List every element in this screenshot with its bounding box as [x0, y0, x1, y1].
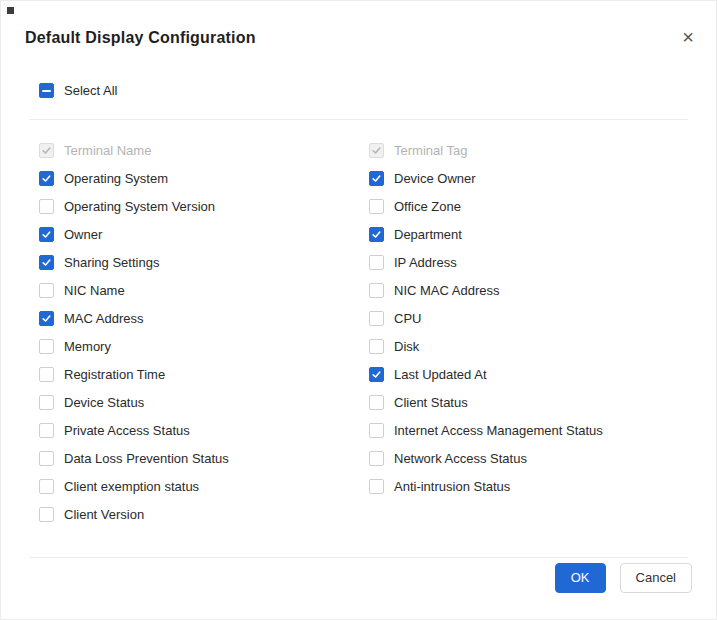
- checkbox-item[interactable]: Client Version: [39, 500, 369, 528]
- checkbox-item[interactable]: CPU: [369, 304, 692, 332]
- checkbox-label: Memory: [64, 339, 111, 354]
- checkbox-item[interactable]: Operating System: [39, 164, 369, 192]
- checkbox-label: Operating System: [64, 171, 168, 186]
- checkbox-item: Terminal Tag: [369, 136, 692, 164]
- checkbox-label: Office Zone: [394, 199, 461, 214]
- checkbox-label: Owner: [64, 227, 102, 242]
- checkbox-item[interactable]: MAC Address: [39, 304, 369, 332]
- footer-buttons: OK Cancel: [555, 563, 692, 593]
- ok-button[interactable]: OK: [555, 563, 606, 593]
- checkbox-unchecked-icon[interactable]: [369, 339, 384, 354]
- checkbox-checked-icon[interactable]: [39, 255, 54, 270]
- checkbox-item: Terminal Name: [39, 136, 369, 164]
- checkbox-item[interactable]: Device Owner: [369, 164, 692, 192]
- checkbox-unchecked-icon[interactable]: [369, 283, 384, 298]
- select-all-checkbox[interactable]: Select All: [39, 83, 117, 98]
- checkbox-label: Device Owner: [394, 171, 476, 186]
- checkbox-label: Client Version: [64, 507, 144, 522]
- checkbox-item[interactable]: Client Status: [369, 388, 692, 416]
- checkbox-label: Network Access Status: [394, 451, 527, 466]
- checkbox-unchecked-icon[interactable]: [39, 395, 54, 410]
- checkbox-label: Terminal Tag: [394, 143, 467, 158]
- close-icon[interactable]: ×: [682, 27, 694, 47]
- checkbox-grid: Terminal NameOperating SystemOperating S…: [39, 136, 692, 528]
- checkbox-unchecked-icon[interactable]: [39, 339, 54, 354]
- checkbox-item[interactable]: Registration Time: [39, 360, 369, 388]
- checkbox-item[interactable]: Network Access Status: [369, 444, 692, 472]
- checkbox-checked-icon: [39, 143, 54, 158]
- checkbox-label: Last Updated At: [394, 367, 487, 382]
- checkbox-label: Operating System Version: [64, 199, 215, 214]
- checkbox-item[interactable]: Disk: [369, 332, 692, 360]
- checkbox-label: IP Address: [394, 255, 457, 270]
- checkbox-item[interactable]: Department: [369, 220, 692, 248]
- checkbox-item[interactable]: Private Access Status: [39, 416, 369, 444]
- checkbox-label: Data Loss Prevention Status: [64, 451, 229, 466]
- checkbox-item[interactable]: NIC Name: [39, 276, 369, 304]
- select-all-label: Select All: [64, 83, 117, 98]
- checkbox-item[interactable]: Sharing Settings: [39, 248, 369, 276]
- checkbox-checked-icon[interactable]: [39, 227, 54, 242]
- checkbox-item[interactable]: Client exemption status: [39, 472, 369, 500]
- checkbox-item[interactable]: NIC MAC Address: [369, 276, 692, 304]
- checkbox-unchecked-icon[interactable]: [369, 423, 384, 438]
- cancel-button[interactable]: Cancel: [620, 563, 692, 593]
- checkbox-label: Device Status: [64, 395, 144, 410]
- checkbox-checked-icon[interactable]: [39, 311, 54, 326]
- header-divider: [29, 119, 688, 120]
- checkbox-checked-icon: [369, 143, 384, 158]
- checkbox-label: Anti-intrusion Status: [394, 479, 510, 494]
- checkbox-unchecked-icon[interactable]: [39, 423, 54, 438]
- checkbox-unchecked-icon[interactable]: [39, 479, 54, 494]
- checkbox-label: CPU: [394, 311, 421, 326]
- checkbox-label: NIC MAC Address: [394, 283, 499, 298]
- checkbox-label: Terminal Name: [64, 143, 151, 158]
- checkbox-indeterminate-icon[interactable]: [39, 83, 54, 98]
- checkbox-item[interactable]: Owner: [39, 220, 369, 248]
- checkbox-unchecked-icon[interactable]: [369, 479, 384, 494]
- checkbox-label: Private Access Status: [64, 423, 190, 438]
- checkbox-unchecked-icon[interactable]: [39, 283, 54, 298]
- indeterminate-dash: [42, 90, 51, 92]
- checkbox-item[interactable]: Memory: [39, 332, 369, 360]
- checkbox-label: Internet Access Management Status: [394, 423, 603, 438]
- checkbox-checked-icon[interactable]: [369, 171, 384, 186]
- checkbox-unchecked-icon[interactable]: [39, 199, 54, 214]
- checkbox-unchecked-icon[interactable]: [39, 451, 54, 466]
- column-right: Terminal TagDevice OwnerOffice ZoneDepar…: [369, 136, 692, 528]
- checkbox-label: NIC Name: [64, 283, 125, 298]
- checkbox-unchecked-icon[interactable]: [369, 311, 384, 326]
- checkbox-item[interactable]: Anti-intrusion Status: [369, 472, 692, 500]
- checkbox-unchecked-icon[interactable]: [39, 367, 54, 382]
- column-left: Terminal NameOperating SystemOperating S…: [39, 136, 369, 528]
- checkbox-unchecked-icon[interactable]: [369, 255, 384, 270]
- checkbox-checked-icon[interactable]: [39, 171, 54, 186]
- checkbox-label: Disk: [394, 339, 419, 354]
- checkbox-unchecked-icon[interactable]: [369, 199, 384, 214]
- checkbox-item[interactable]: Operating System Version: [39, 192, 369, 220]
- checkbox-label: MAC Address: [64, 311, 143, 326]
- checkbox-label: Sharing Settings: [64, 255, 159, 270]
- checkbox-item[interactable]: IP Address: [369, 248, 692, 276]
- checkbox-label: Client Status: [394, 395, 468, 410]
- checkbox-unchecked-icon[interactable]: [369, 395, 384, 410]
- checkbox-item[interactable]: Data Loss Prevention Status: [39, 444, 369, 472]
- checkbox-item[interactable]: Office Zone: [369, 192, 692, 220]
- checkbox-unchecked-icon[interactable]: [39, 507, 54, 522]
- checkbox-label: Department: [394, 227, 462, 242]
- checkbox-unchecked-icon[interactable]: [369, 451, 384, 466]
- checkbox-checked-icon[interactable]: [369, 227, 384, 242]
- checkbox-checked-icon[interactable]: [369, 367, 384, 382]
- checkbox-label: Registration Time: [64, 367, 165, 382]
- checkbox-label: Client exemption status: [64, 479, 199, 494]
- checkbox-item[interactable]: Internet Access Management Status: [369, 416, 692, 444]
- checkbox-item[interactable]: Last Updated At: [369, 360, 692, 388]
- background-corner-artifact: [7, 7, 14, 14]
- default-display-configuration-dialog: Default Display Configuration × Select A…: [0, 0, 717, 620]
- checkbox-item[interactable]: Device Status: [39, 388, 369, 416]
- footer-divider: [29, 557, 688, 558]
- dialog-title: Default Display Configuration: [25, 29, 256, 47]
